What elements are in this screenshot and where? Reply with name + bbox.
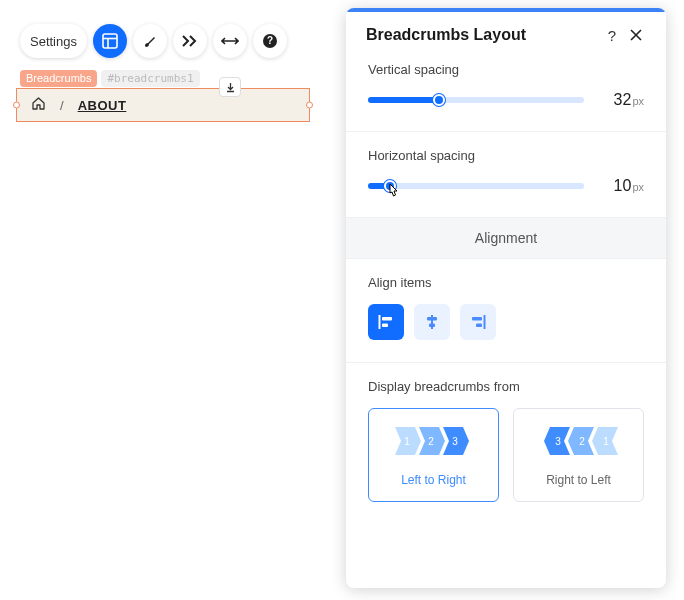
svg-text:3: 3 [452,436,458,447]
svg-text:2: 2 [428,436,434,447]
align-left-icon [378,315,394,329]
breadcrumb-separator: / [60,98,64,113]
animation-button[interactable] [173,24,207,58]
vertical-spacing-section: Vertical spacing 32px [346,58,666,132]
element-chips: Breadcrumbs #breadcrumbs1 [20,70,200,87]
alignment-group-header: Alignment [346,218,666,259]
breadcrumb-current[interactable]: ABOUT [78,98,127,113]
svg-text:2: 2 [579,436,585,447]
svg-rect-0 [103,34,117,48]
svg-rect-12 [472,317,482,321]
vertical-spacing-label: Vertical spacing [368,62,644,77]
horizontal-spacing-slider[interactable] [368,183,584,189]
settings-button[interactable]: Settings [20,24,87,58]
direction-section: Display breadcrumbs from 1 2 3 Left to [346,363,666,524]
svg-text:1: 1 [404,436,410,447]
rtl-label: Right to Left [546,473,611,487]
align-center-button[interactable] [414,304,450,340]
rtl-chevrons-icon: 3 2 1 [540,427,618,455]
align-center-icon [424,315,440,329]
svg-rect-7 [382,324,388,328]
align-items-section: Align items [346,259,666,363]
layout-button[interactable] [93,24,127,58]
panel-help-button[interactable]: ? [600,27,624,44]
panel-title: Breadcrumbs Layout [366,26,600,44]
panel-close-button[interactable] [624,27,648,44]
horizontal-spacing-value[interactable]: 10px [598,177,644,195]
design-button[interactable] [133,24,167,58]
svg-rect-13 [476,324,482,328]
horizontal-spacing-thumb[interactable] [384,180,396,192]
align-right-button[interactable] [460,304,496,340]
vertical-spacing-thumb[interactable] [433,94,445,106]
settings-label: Settings [30,34,77,49]
layout-icon [102,33,118,49]
svg-rect-10 [429,324,435,328]
align-items-label: Align items [368,275,644,290]
svg-text:3: 3 [555,436,561,447]
breadcrumbs-element[interactable]: / ABOUT [16,88,310,122]
element-name-chip: Breadcrumbs [20,70,97,87]
horizontal-spacing-section: Horizontal spacing 10px [346,132,666,218]
svg-rect-6 [382,317,392,321]
direction-label: Display breadcrumbs from [368,379,644,394]
panel-body: Vertical spacing 32px Horizontal spacing [346,58,666,588]
vertical-spacing-value[interactable]: 32px [598,91,644,109]
svg-text:?: ? [267,35,273,46]
ltr-label: Left to Right [401,473,466,487]
panel-header: Breadcrumbs Layout ? [346,12,666,58]
svg-rect-9 [427,317,437,321]
direction-rtl-card[interactable]: 3 2 1 Right to Left [513,408,644,502]
align-right-icon [470,315,486,329]
horizontal-spacing-label: Horizontal spacing [368,148,644,163]
resize-handle-right[interactable] [306,102,313,109]
brush-icon [142,33,158,49]
stretch-button[interactable] [213,24,247,58]
ltr-chevrons-icon: 1 2 3 [395,427,473,455]
stretch-icon [221,35,239,47]
vertical-spacing-slider[interactable] [368,97,584,103]
align-left-button[interactable] [368,304,404,340]
download-badge[interactable] [219,77,241,97]
home-icon[interactable] [31,96,46,115]
floating-toolbar: Settings ? [20,24,287,58]
layout-panel: Breadcrumbs Layout ? Vertical spacing 32… [346,8,666,588]
animation-icon [181,34,199,48]
close-icon [630,29,642,41]
resize-handle-left[interactable] [13,102,20,109]
element-id-chip: #breadcrumbs1 [101,70,199,87]
svg-text:1: 1 [603,436,609,447]
direction-ltr-card[interactable]: 1 2 3 Left to Right [368,408,499,502]
help-button[interactable]: ? [253,24,287,58]
download-icon [225,82,236,93]
question-icon: ? [262,33,278,49]
